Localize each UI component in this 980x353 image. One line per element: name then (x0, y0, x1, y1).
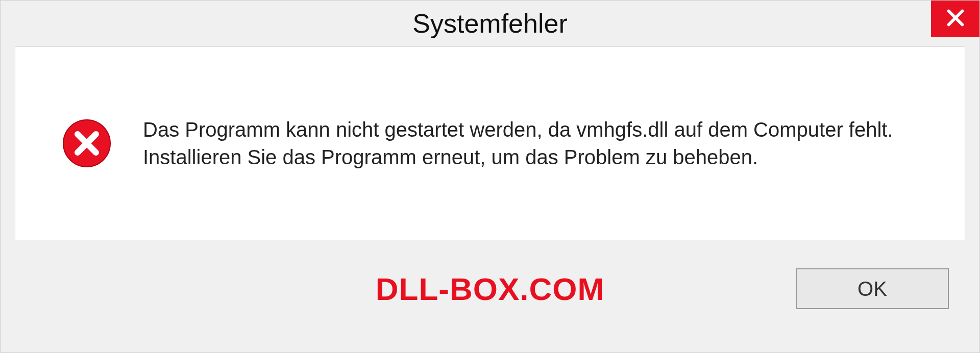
content-area: Das Programm kann nicht gestartet werden… (15, 46, 965, 240)
close-button[interactable] (931, 1, 979, 37)
error-icon (61, 118, 112, 169)
ok-button[interactable]: OK (796, 268, 949, 309)
error-dialog: Systemfehler Das Programm kann nicht ges… (0, 0, 980, 353)
error-message: Das Programm kann nicht gestartet werden… (143, 116, 944, 171)
watermark-text: DLL-BOX.COM (376, 271, 604, 307)
dialog-title: Systemfehler (412, 8, 567, 39)
close-icon (945, 8, 966, 30)
titlebar: Systemfehler (1, 1, 979, 46)
dialog-footer: DLL-BOX.COM OK (1, 240, 979, 337)
